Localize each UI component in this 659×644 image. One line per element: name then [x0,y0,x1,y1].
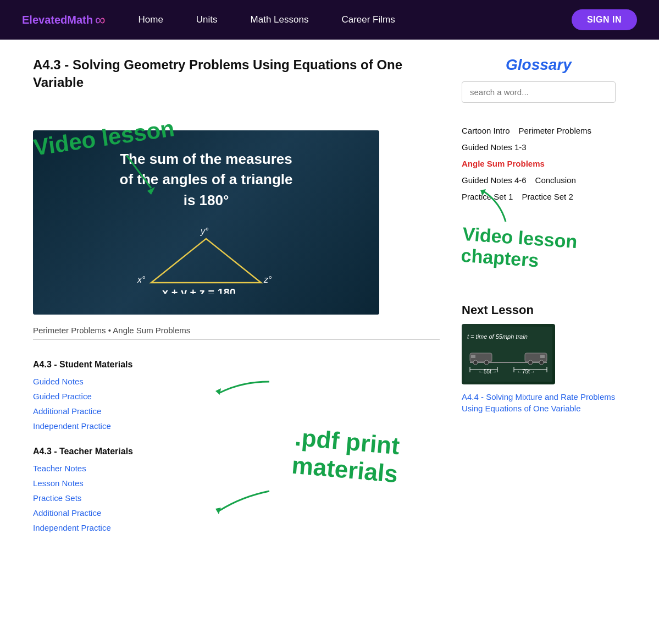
right-column: Glossary Cartoon Intro Perimeter Problem… [462,56,616,535]
page-title: A4.3 - Solving Geometry Problems Using E… [33,56,440,92]
pdf-arrow-left-down [209,486,275,519]
next-lesson-title: Next Lesson [462,303,616,317]
additional-practice-link[interactable]: Additional Practice [33,404,220,419]
independent-practice-link[interactable]: Independent Practice [33,419,220,433]
logo-elevated: Elevated [22,14,67,26]
svg-marker-8 [215,508,221,514]
practice-sets-link[interactable]: Practice Sets [33,491,220,505]
student-materials-title: A4.3 - Student Materials [33,360,220,370]
chapter-angle-sum-problems[interactable]: Angle Sum Problems [462,156,545,172]
svg-text:t = time of 55mph train: t = time of 55mph train [467,333,528,340]
svg-point-14 [473,360,478,365]
chapter-row-2: Guided Notes 1-3 [462,139,616,156]
svg-point-18 [528,360,533,365]
train-diagram-svg: t = time of 55mph train ←55t→ ←75t→ [464,327,552,382]
glossary-search-input[interactable] [462,81,616,103]
chapter-cartoon-intro[interactable]: Cartoon Intro [462,123,510,139]
teacher-additional-practice-link[interactable]: Additional Practice [33,505,220,520]
main-content: A4.3 - Solving Geometry Problems Using E… [0,40,659,552]
svg-marker-7 [215,388,221,395]
chapter-row-3: Angle Sum Problems [462,156,616,172]
chapters-arrow [478,186,522,224]
lesson-notes-link[interactable]: Lesson Notes [33,476,220,491]
signin-button[interactable]: SIGN IN [572,9,637,30]
svg-point-19 [539,360,544,365]
teacher-independent-practice-link[interactable]: Independent Practice [33,520,220,535]
svg-point-15 [484,360,489,365]
materials-section: A4.3 - Student Materials Guided Notes Gu… [33,360,440,535]
teacher-notes-link[interactable]: Teacher Notes [33,461,220,476]
nav-links: Home Units Math Lessons Career Films [138,14,571,25]
video-subtitle: Perimeter Problems • Angle Sum Problems [33,326,440,335]
pdf-arrow-left [209,376,275,404]
svg-text:y°: y° [200,227,209,236]
chapter-perimeter-problems[interactable]: Perimeter Problems [519,123,592,139]
nav-home[interactable]: Home [138,14,163,25]
svg-rect-13 [471,355,475,358]
chapter-row-1: Cartoon Intro Perimeter Problems [462,123,616,139]
chapter-practice-set-2[interactable]: Practice Set 2 [522,189,573,205]
navbar: ElevatedMath ∞ Home Units Math Lessons C… [0,0,659,40]
video-divider [33,339,440,340]
chapter-guided-notes-1-3[interactable]: Guided Notes 1-3 [462,139,527,156]
guided-notes-link[interactable]: Guided Notes [33,374,220,389]
triangle-diagram: x° z° y° x + y + z = 180 [129,217,283,294]
teacher-materials-title: A4.3 - Teacher Materials [33,447,220,456]
next-lesson-thumbnail[interactable]: t = time of 55mph train ←55t→ ←75t→ [462,324,555,384]
nav-units[interactable]: Units [196,14,218,25]
pdf-annotation-label: .pdf printmaterials [291,423,401,488]
video-thumbnail[interactable]: The sum of the measures of the angles of… [33,130,379,315]
chapter-conclusion[interactable]: Conclusion [535,172,576,189]
svg-rect-17 [540,355,545,358]
svg-text:x + y + z = 180: x + y + z = 180 [162,287,236,294]
guided-practice-link[interactable]: Guided Practice [33,389,220,404]
student-materials: A4.3 - Student Materials Guided Notes Gu… [33,360,220,535]
svg-text:x°: x° [137,275,146,284]
logo-math: Math [67,14,93,26]
svg-marker-2 [151,239,261,283]
logo-text: ElevatedMath [22,14,93,26]
left-column: A4.3 - Solving Geometry Problems Using E… [33,56,440,535]
svg-text:z°: z° [263,275,272,284]
nav-career-films[interactable]: Career Films [341,14,395,25]
infinity-icon: ∞ [95,12,106,29]
chapters-annotation-label: Video lessonchapters [461,223,578,274]
logo: ElevatedMath ∞ [22,12,105,29]
chapters-annotation: Video lessonchapters [462,216,616,270]
glossary-title: Glossary [462,56,616,74]
nav-math-lessons[interactable]: Math Lessons [251,14,309,25]
next-lesson-link[interactable]: A4.4 - Solving Mixture and Rate Problems… [462,392,615,413]
video-text: The sum of the measures of the angles of… [33,149,379,217]
next-lesson-section: Next Lesson [462,303,616,414]
